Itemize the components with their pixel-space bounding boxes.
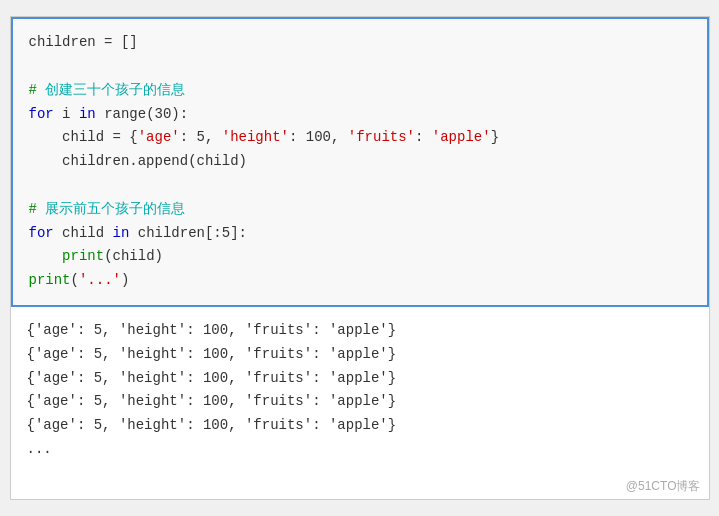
output-ellipsis: ... xyxy=(27,438,693,462)
code-line-comment2: # 展示前五个孩子的信息 xyxy=(29,198,691,222)
output-row-2: {'age': 5, 'height': 100, 'fruits': 'app… xyxy=(27,343,693,367)
code-line-print-ellipsis: print('...') xyxy=(29,269,691,293)
code-block: children = [] # 创建三十个孩子的信息 for i in rang… xyxy=(11,17,709,307)
code-line-for1: for i in range(30): xyxy=(29,103,691,127)
output-row-4: {'age': 5, 'height': 100, 'fruits': 'app… xyxy=(27,390,693,414)
code-line-comment1: # 创建三十个孩子的信息 xyxy=(29,79,691,103)
watermark: @51CTO博客 xyxy=(11,474,709,499)
code-line-print-child: print(child) xyxy=(29,245,691,269)
output-row-3: {'age': 5, 'height': 100, 'fruits': 'app… xyxy=(27,367,693,391)
code-line-for2: for child in children[:5]: xyxy=(29,222,691,246)
output-row-1: {'age': 5, 'height': 100, 'fruits': 'app… xyxy=(27,319,693,343)
main-container: children = [] # 创建三十个孩子的信息 for i in rang… xyxy=(10,16,710,500)
code-line-blank-1 xyxy=(29,55,691,79)
code-line-1: children = [] xyxy=(29,31,691,55)
code-line-append: children.append(child) xyxy=(29,150,691,174)
output-row-5: {'age': 5, 'height': 100, 'fruits': 'app… xyxy=(27,414,693,438)
code-line-blank-2 xyxy=(29,174,691,198)
code-line-child-assign: child = {'age': 5, 'height': 100, 'fruit… xyxy=(29,126,691,150)
output-block: {'age': 5, 'height': 100, 'fruits': 'app… xyxy=(11,307,709,474)
